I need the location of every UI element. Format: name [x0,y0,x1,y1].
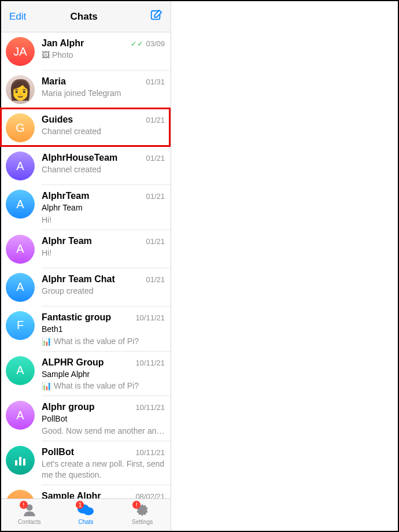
avatar: A [6,190,35,219]
avatar [6,75,35,104]
chat-row[interactable]: PollBot10/11/21Let's create a new poll. … [1,441,171,485]
avatar: F [6,311,35,340]
avatar [6,446,35,475]
chat-meta: AlphrTeam01/21Alphr TeamHi! [42,190,171,226]
avatar: JA [6,37,35,66]
chat-row[interactable]: AAlphrTeam01/21Alphr TeamHi! [1,185,171,230]
chat-name: Sample Alphr [42,491,101,498]
chat-date: 01/21 [146,116,165,124]
chat-meta: Fantastic group10/11/21Beth1📊What is the… [42,311,171,347]
chat-preview: Maria joined Telegram [42,88,165,99]
chat-date: 01/31 [146,77,165,86]
chat-date: 10/11/21 [135,313,165,322]
avatar: A [6,152,35,180]
chat-row[interactable]: FFantastic group10/11/21Beth1📊What is th… [1,306,171,352]
chat-preview: Let's create a new poll. First, send me … [42,459,165,481]
tab-contacts[interactable]: ! Contacts [6,503,53,525]
avatar: A [6,235,35,264]
preview-emoji-icon: 📊 [42,381,51,390]
chat-row[interactable]: AAlphr Team Chat01/21Group created [1,268,171,306]
chat-name: Jan Alphr [42,38,84,49]
chat-row[interactable]: Maria01/31Maria joined Telegram [1,71,171,109]
chat-meta: AlphrHouseTeam01/21Channel created [42,152,171,180]
chat-name: Guides [42,114,73,125]
chat-row[interactable]: JAJan Alphr✓✓03/09🖼Photo [1,32,171,71]
chat-name: Alphr Team Chat [42,274,115,285]
chat-meta: Jan Alphr✓✓03/09🖼Photo [42,37,171,66]
chat-name: Alphr Team [42,236,92,246]
svg-rect-3 [23,459,25,466]
tabbar: ! Contacts 1 Chats ! Settings [1,498,171,531]
tab-chats[interactable]: 1 Chats [62,503,109,525]
avatar: A [6,356,35,385]
avatar: SA [6,490,35,498]
svg-point-6 [83,507,94,515]
chat-row[interactable]: AAlphr group10/11/21PollBotGood. Now sen… [1,396,171,441]
tab-label: Chats [78,519,93,525]
chat-date: 01/21 [146,192,165,201]
chat-date: 10/11/21 [135,359,165,367]
avatar: A [6,273,35,302]
chat-name: Maria [42,76,66,87]
contacts-badge: ! [20,501,28,509]
chat-meta: Maria01/31Maria joined Telegram [42,75,171,104]
chat-sender: Sample Alphr [42,369,165,380]
chat-preview: Channel created [42,164,165,175]
chat-name: Fantastic group [42,312,111,323]
chat-preview: Good. Now send me another an… [42,426,165,437]
chat-date: 10/11/21 [135,403,165,412]
compose-icon [150,9,162,22]
tab-label: Settings [132,519,153,525]
chat-name: AlphrTeam [42,191,89,201]
chat-date: 01/21 [146,154,165,162]
chat-sender: PollBot [42,413,165,424]
chat-meta: PollBot10/11/21Let's create a new poll. … [42,446,171,481]
preview-emoji-icon: 🖼 [42,50,50,60]
chat-meta: ALPHR Group10/11/21Sample Alphr📊What is … [42,356,171,392]
chat-name: PollBot [42,447,74,457]
svg-rect-1 [15,460,17,466]
tab-settings[interactable]: ! Settings [119,503,165,525]
chat-name: Alphr group [42,402,95,412]
chat-preview: Group created [42,286,165,297]
page-title: Chats [18,11,150,23]
chat-preview: Hi! [42,215,165,226]
chats-panel: Edit Chats JAJan Alphr✓✓03/09🖼PhotoMaria… [1,1,171,531]
chat-preview: 🖼Photo [42,50,165,61]
chat-date: 01/21 [146,237,165,246]
chat-name: ALPHR Group [42,357,104,368]
avatar: G [6,113,35,142]
chat-row[interactable]: AALPHR Group10/11/21Sample Alphr📊What is… [1,352,171,397]
chat-sender: Alphr Team [42,202,165,213]
app-frame: Edit Chats JAJan Alphr✓✓03/09🖼PhotoMaria… [0,0,399,532]
chat-name: AlphrHouseTeam [42,153,117,163]
chat-row[interactable]: AAlphrHouseTeam01/21Channel created [1,147,171,185]
chat-preview: Channel created [42,126,165,137]
chat-preview: Hi! [42,247,165,258]
delivered-icon: ✓✓ [131,39,143,48]
chat-preview: 📊What is the value of Pi? [42,380,165,391]
chat-date: 10/11/21 [135,448,165,457]
chat-date: ✓✓03/09 [131,39,165,48]
chat-sender: Beth1 [42,324,165,335]
compose-button[interactable] [150,9,162,24]
chat-date: 08/02/21 [135,492,165,498]
empty-detail-pane [171,1,398,531]
chat-date: 01/21 [146,275,165,284]
chat-meta: Alphr Team Chat01/21Group created [42,273,171,302]
chat-row[interactable]: SASample Alphr08/02/21👍 [1,485,171,498]
chat-preview: 📊What is the value of Pi? [42,336,165,347]
chat-meta: Sample Alphr08/02/21👍 [42,490,171,498]
chat-row[interactable]: AAlphr Team01/21Hi! [1,230,171,268]
chat-meta: Alphr Team01/21Hi! [42,235,171,264]
chat-row[interactable]: GGuides01/21Channel created [1,109,171,147]
tab-label: Contacts [18,519,40,525]
chat-meta: Guides01/21Channel created [42,113,171,142]
svg-rect-2 [19,457,21,466]
chat-meta: Alphr group10/11/21PollBotGood. Now send… [42,401,171,437]
chats-topbar: Edit Chats [1,1,171,32]
avatar: A [6,401,35,430]
preview-emoji-icon: 📊 [42,337,51,346]
chat-list[interactable]: JAJan Alphr✓✓03/09🖼PhotoMaria01/31Maria … [1,32,171,498]
